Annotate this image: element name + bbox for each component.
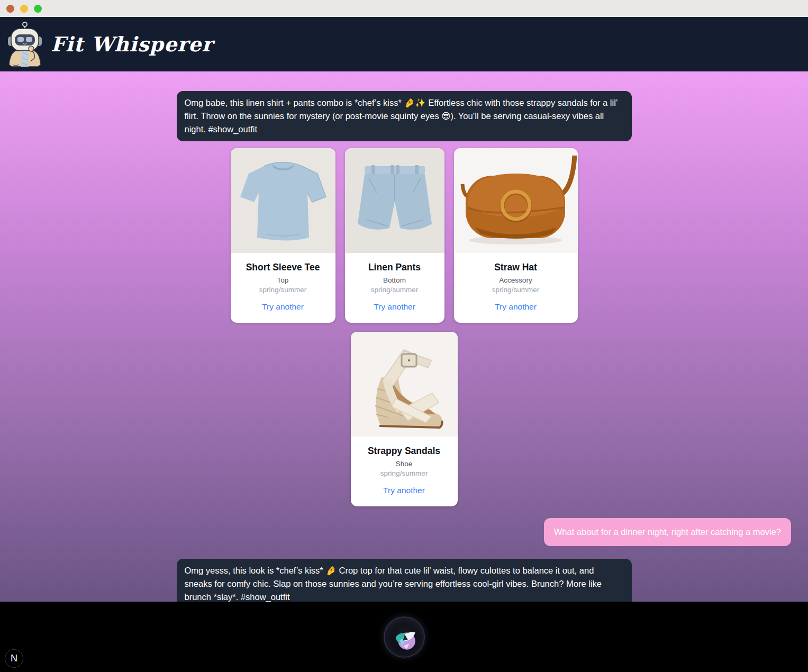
assistant-message-1: Omg babe, this linen shirt + pants combo… xyxy=(177,91,632,141)
assistant-message-2-text: Omg yesss, this look is *chef’s kiss* 🤌 … xyxy=(185,566,602,602)
outfit-card-shoe: Strappy Sandals Shoe spring/summer Try a… xyxy=(351,332,458,506)
product-category: Shoe xyxy=(356,460,452,468)
app-window: Fit Whisperer Omg babe, this linen shirt… xyxy=(0,0,808,672)
window-close-button[interactable] xyxy=(6,5,14,13)
window-zoom-button[interactable] xyxy=(34,5,42,13)
product-season: spring/summer xyxy=(350,286,439,294)
product-category: Top xyxy=(236,276,330,284)
product-season: spring/summer xyxy=(459,286,573,294)
linen-pants-image xyxy=(345,148,444,253)
product-title: Short Sleeve Tee xyxy=(236,262,330,273)
voice-bar: N xyxy=(0,602,808,672)
assistant-message-1-text: Omg babe, this linen shirt + pants combo… xyxy=(185,98,618,134)
try-another-link[interactable]: Try another xyxy=(495,302,537,312)
voice-orb-button[interactable] xyxy=(384,616,425,658)
card-body: Short Sleeve Tee Top spring/summer Try a… xyxy=(231,253,335,323)
product-title: Strappy Sandals xyxy=(356,446,452,457)
try-another-link[interactable]: Try another xyxy=(374,302,415,312)
outfit-cards-row-1: Short Sleeve Tee Top spring/summer Try a… xyxy=(0,148,808,323)
outfit-card-top: Short Sleeve Tee Top spring/summer Try a… xyxy=(231,148,335,323)
product-season: spring/summer xyxy=(356,469,452,477)
app-title: Fit Whisperer xyxy=(51,32,213,56)
strappy-sandals-image xyxy=(351,332,458,437)
card-body: Straw Hat Accessory spring/summer Try an… xyxy=(454,253,578,323)
outfit-cards-row-2: Strappy Sandals Shoe spring/summer Try a… xyxy=(0,332,808,506)
user-message-row: What about for a dinner night, right aft… xyxy=(0,518,808,546)
nextjs-dev-badge[interactable]: N xyxy=(5,649,23,668)
straw-hat-image xyxy=(454,148,578,253)
try-another-link[interactable]: Try another xyxy=(383,486,425,495)
dev-badge-letter: N xyxy=(11,653,17,664)
card-body: Linen Pants Bottom spring/summer Try ano… xyxy=(345,253,444,323)
chat-area: Omg babe, this linen shirt + pants combo… xyxy=(0,71,808,602)
macos-titlebar xyxy=(0,0,808,17)
app-header: Fit Whisperer xyxy=(0,17,808,71)
voice-swirl-icon xyxy=(385,616,424,658)
outfit-card-bottom: Linen Pants Bottom spring/summer Try ano… xyxy=(345,148,444,323)
try-another-link[interactable]: Try another xyxy=(262,302,304,312)
product-season: spring/summer xyxy=(236,286,330,294)
outfit-card-accessory: Straw Hat Accessory spring/summer Try an… xyxy=(454,148,578,323)
assistant-message-2: Omg yesss, this look is *chef’s kiss* 🤌 … xyxy=(177,559,632,602)
short-sleeve-tee-image xyxy=(231,148,335,253)
product-category: Bottom xyxy=(350,276,439,284)
product-category: Accessory xyxy=(459,276,573,284)
card-body: Strappy Sandals Shoe spring/summer Try a… xyxy=(351,437,458,506)
robot-mascot-logo xyxy=(7,21,42,68)
product-title: Straw Hat xyxy=(459,262,573,273)
user-message-text: What about for a dinner night, right aft… xyxy=(554,527,781,537)
user-message: What about for a dinner night, right aft… xyxy=(544,518,791,546)
product-title: Linen Pants xyxy=(350,262,439,273)
window-minimize-button[interactable] xyxy=(20,5,28,13)
